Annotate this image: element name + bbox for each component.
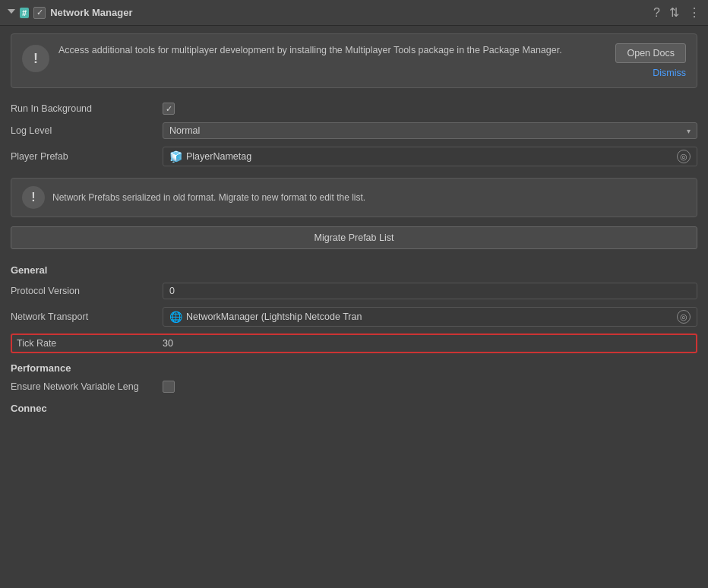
tick-rate-value[interactable]: 30 bbox=[163, 338, 691, 349]
run-in-background-checkbox[interactable]: ✓ bbox=[163, 103, 175, 115]
run-in-background-label: Run In Background bbox=[11, 103, 163, 114]
tick-rate-row: Tick Rate 30 bbox=[11, 334, 697, 353]
info-icon: ! bbox=[22, 45, 49, 72]
player-prefab-inner: 🧊 PlayerNametag bbox=[169, 150, 251, 163]
panel-content: ! Access additional tools for multiplaye… bbox=[0, 26, 708, 423]
warning-icon: ! bbox=[22, 186, 45, 209]
network-transport-value: 🌐 NetworkManager (Lightship Netcode Tran… bbox=[163, 307, 697, 327]
protocol-version-label: Protocol Version bbox=[11, 286, 163, 296]
network-transport-label: Network Transport bbox=[11, 311, 163, 322]
warning-banner: ! Network Prefabs serialized in old form… bbox=[11, 178, 697, 217]
active-toggle[interactable]: ✓ bbox=[33, 7, 46, 19]
player-prefab-value: 🧊 PlayerNametag ◎ bbox=[163, 147, 697, 166]
run-in-background-row: Run In Background ✓ bbox=[11, 99, 697, 119]
ensure-network-variable-value bbox=[163, 381, 697, 393]
ensure-network-variable-row: Ensure Network Variable Leng bbox=[11, 377, 697, 397]
tick-rate-label: Tick Rate bbox=[17, 338, 163, 349]
log-level-dropdown[interactable]: Normal ▾ bbox=[163, 122, 697, 139]
network-transport-target-button[interactable]: ◎ bbox=[677, 310, 691, 324]
log-level-label: Log Level bbox=[11, 125, 163, 136]
network-transport-field[interactable]: 🌐 NetworkManager (Lightship Netcode Tran… bbox=[163, 307, 697, 327]
panel-title: Network Manager bbox=[50, 7, 132, 18]
network-transport-inner: 🌐 NetworkManager (Lightship Netcode Tran bbox=[169, 311, 362, 323]
protocol-version-field[interactable]: 0 bbox=[163, 283, 697, 299]
open-docs-button[interactable]: Open Docs bbox=[615, 43, 686, 63]
network-transport-row: Network Transport 🌐 NetworkManager (Ligh… bbox=[11, 303, 697, 330]
dismiss-button[interactable]: Dismiss bbox=[653, 68, 686, 78]
sliders-icon[interactable]: ⇅ bbox=[669, 7, 679, 19]
globe-icon: 🌐 bbox=[169, 311, 182, 323]
run-in-background-value: ✓ bbox=[163, 103, 697, 115]
ensure-network-variable-label: Ensure Network Variable Leng bbox=[11, 381, 163, 392]
protocol-version-row: Protocol Version 0 bbox=[11, 279, 697, 303]
dropdown-arrow-icon: ▾ bbox=[687, 127, 691, 135]
more-icon[interactable]: ⋮ bbox=[688, 7, 700, 19]
warning-banner-text: Network Prefabs serialized in old format… bbox=[52, 191, 365, 204]
log-level-value: Normal ▾ bbox=[163, 122, 697, 139]
migrate-prefab-list-button[interactable]: Migrate Prefab List bbox=[11, 226, 697, 249]
target-button[interactable]: ◎ bbox=[677, 150, 691, 163]
info-banner-text: Access additional tools for multiplayer … bbox=[58, 43, 606, 58]
performance-section-header: Performance bbox=[11, 356, 697, 377]
header-left: # ✓ Network Manager bbox=[8, 7, 649, 19]
ensure-network-variable-checkbox[interactable] bbox=[163, 381, 175, 393]
hash-icon: # bbox=[20, 8, 29, 18]
log-level-row: Log Level Normal ▾ bbox=[11, 119, 697, 143]
player-prefab-row: Player Prefab 🧊 PlayerNametag ◎ bbox=[11, 143, 697, 170]
tick-rate-row-wrapper: Tick Rate 30 bbox=[11, 334, 697, 353]
prefab-cube-icon: 🧊 bbox=[169, 150, 182, 163]
connection-section-header: Connec bbox=[11, 397, 697, 416]
player-prefab-label: Player Prefab bbox=[11, 151, 163, 162]
general-section-header: General bbox=[11, 258, 697, 279]
player-prefab-field[interactable]: 🧊 PlayerNametag ◎ bbox=[163, 147, 697, 166]
header-right: ? ⇅ ⋮ bbox=[653, 7, 700, 19]
collapse-chevron-icon[interactable] bbox=[8, 9, 15, 17]
help-icon[interactable]: ? bbox=[653, 7, 660, 19]
info-banner-actions: Open Docs Dismiss bbox=[615, 43, 686, 78]
info-banner: ! Access additional tools for multiplaye… bbox=[11, 33, 697, 88]
protocol-version-value: 0 bbox=[163, 283, 697, 299]
panel-header: # ✓ Network Manager ? ⇅ ⋮ bbox=[0, 0, 708, 26]
network-manager-panel: # ✓ Network Manager ? ⇅ ⋮ ! Access addit… bbox=[0, 0, 708, 423]
